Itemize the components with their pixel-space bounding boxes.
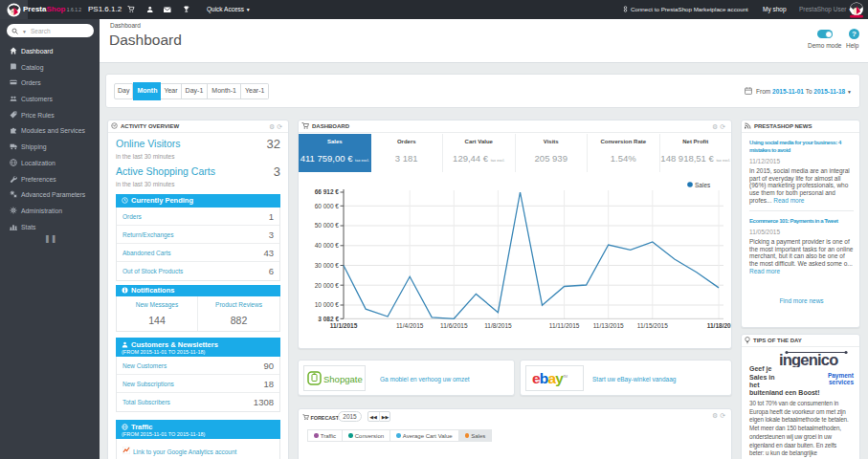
svg-text:3 082 €: 3 082 € bbox=[318, 316, 339, 322]
svg-text:11/1/2015: 11/1/2015 bbox=[330, 322, 358, 329]
svg-text:60 000 €: 60 000 € bbox=[315, 203, 340, 209]
svg-text:11/8/2015: 11/8/2015 bbox=[484, 322, 512, 329]
svg-text:20 000 €: 20 000 € bbox=[315, 282, 340, 289]
svg-text:11/6/2015: 11/6/2015 bbox=[440, 322, 468, 329]
svg-text:40 000 €: 40 000 € bbox=[315, 242, 340, 249]
svg-text:ingenico: ingenico bbox=[779, 351, 838, 367]
svg-text:11/13/2015: 11/13/2015 bbox=[593, 322, 624, 329]
svg-text:11/18/201: 11/18/201 bbox=[707, 322, 731, 329]
svg-text:11/11/2015: 11/11/2015 bbox=[549, 322, 580, 329]
svg-text:11/15/2015: 11/15/2015 bbox=[637, 322, 668, 329]
svg-text:30 000 €: 30 000 € bbox=[315, 262, 340, 269]
svg-text:66 912 €: 66 912 € bbox=[315, 188, 340, 195]
svg-text:50 000 €: 50 000 € bbox=[315, 222, 340, 229]
svg-text:Sales: Sales bbox=[695, 182, 711, 188]
svg-text:10 000 €: 10 000 € bbox=[315, 301, 340, 308]
svg-text:11/4/2015: 11/4/2015 bbox=[396, 322, 424, 329]
